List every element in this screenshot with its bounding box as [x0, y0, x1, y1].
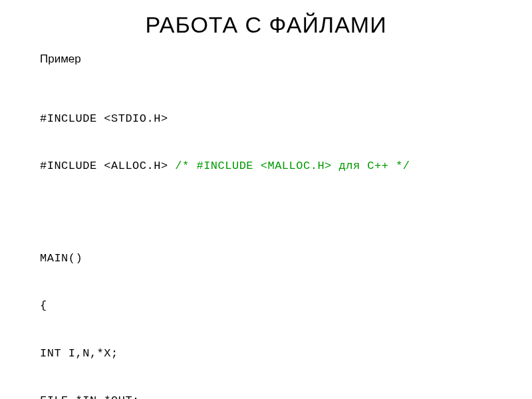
- code-line-decl-file: FILE *IN,*OUT;: [40, 393, 492, 399]
- code-blank-line: [40, 205, 492, 219]
- code-line-decl-int: INT I,N,*X;: [40, 346, 492, 362]
- code-block: #INCLUDE <STDIO.H> #INCLUDE <ALLOC.H> /*…: [40, 79, 492, 399]
- code-line-main: MAIN(): [40, 251, 492, 267]
- code-include2-code: #INCLUDE <ALLOC.H>: [40, 160, 168, 172]
- example-label: Пример: [40, 53, 492, 66]
- code-line-open-brace: {: [40, 298, 492, 314]
- code-include2-comment: /* #INCLUDE <MALLOC.H> для С++ */: [168, 160, 410, 172]
- slide-title: РАБОТА С ФАЙЛАМИ: [40, 12, 492, 38]
- code-line-include1: #INCLUDE <STDIO.H>: [40, 111, 492, 127]
- slide-container: РАБОТА С ФАЙЛАМИ Пример #INCLUDE <STDIO.…: [0, 0, 532, 399]
- code-line-include2: #INCLUDE <ALLOC.H> /* #INCLUDE <MALLOC.H…: [40, 158, 492, 174]
